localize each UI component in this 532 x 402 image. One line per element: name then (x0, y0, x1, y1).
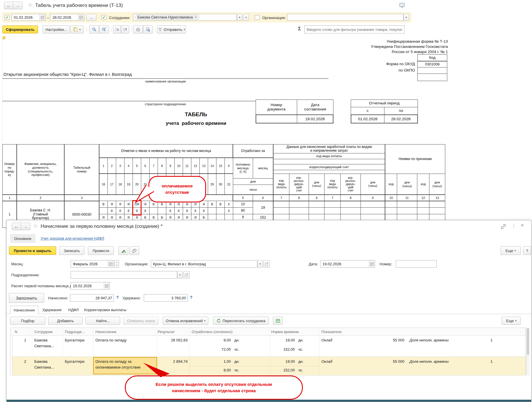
paperclip-icon[interactable] (129, 246, 139, 255)
org-field-value[interactable] (152, 262, 256, 266)
tab-deductions[interactable]: Удержания (39, 306, 65, 314)
pick-button[interactable]: Подбор (10, 317, 45, 325)
generate-button[interactable]: Сформировать (2, 25, 38, 33)
row-department[interactable]: Бухгалтери (65, 359, 84, 365)
number-value[interactable] (397, 262, 435, 266)
send-button[interactable]: Отправить▾ (157, 25, 186, 33)
settings-button[interactable]: Настройки... (43, 25, 70, 33)
org-field-input[interactable] (151, 260, 257, 268)
sort-desc-button[interactable] (113, 25, 121, 33)
month-spinner[interactable]: ▴ ▾ (114, 260, 119, 268)
row-n[interactable]: 1 (12, 337, 26, 343)
date-input[interactable] (320, 260, 375, 268)
date-from-value[interactable] (13, 15, 39, 20)
col-header-worked[interactable]: Отработано (оплачено) (192, 330, 233, 334)
tab-ndfl[interactable]: НДФЛ (65, 306, 82, 314)
row-department[interactable]: Бухгалтери (65, 337, 84, 343)
department-value[interactable] (72, 273, 176, 277)
employees-combo[interactable]: Бажова Светлана Нурисламовна × (133, 14, 237, 21)
calc-until-input[interactable] (71, 282, 110, 290)
favorite-star-icon[interactable]: ☆ (33, 223, 38, 229)
col-header-norm[interactable]: Норма времени (271, 330, 299, 334)
write-button[interactable]: Записать (59, 246, 84, 255)
row-indicator2-name[interactable]: Доля неполн. времени (410, 337, 449, 343)
add-button[interactable]: Добавить (48, 317, 83, 325)
spin-down-icon[interactable]: ▾ (115, 264, 119, 268)
help-button[interactable]: ? (523, 246, 531, 255)
search-next-button[interactable] (99, 25, 109, 33)
row-accrual[interactable]: Оплата по окладу (95, 337, 127, 343)
accrued-input[interactable]: 28 947,37 (70, 294, 114, 302)
row-indicator2-value[interactable]: 1 (465, 337, 493, 343)
back-arrow-icon[interactable]: ← (12, 223, 21, 230)
copy-settings-button[interactable]: ▾ (70, 25, 84, 33)
row-norm-days[interactable]: 19,00 (272, 359, 295, 365)
row-employee[interactable]: Бажова Светлана... (34, 359, 54, 370)
col-header-accrual[interactable]: Начисление (95, 330, 116, 334)
undo-corrections-button[interactable]: Отмена исправлений▾ (163, 317, 208, 325)
row-norm-days[interactable]: 19,00 (272, 337, 295, 343)
row-accrual[interactable]: Оплата по окладу за оплачиваемое отсутст… (95, 359, 140, 370)
withheld-input[interactable]: 3 763,00 (144, 294, 188, 302)
tag-remove-icon[interactable]: × (195, 15, 197, 19)
date-from-input[interactable] (12, 14, 46, 21)
department-open-icon[interactable] (183, 271, 190, 279)
close-icon[interactable]: × (521, 222, 524, 228)
employees-checkbox[interactable]: ✓ (101, 15, 106, 20)
quick-filter-value[interactable] (306, 27, 403, 32)
col-header-result[interactable]: Результат (158, 330, 175, 334)
table-scrollbar[interactable] (526, 328, 529, 375)
print-button[interactable] (133, 25, 143, 33)
monitor-icon[interactable] (399, 2, 405, 8)
back-arrow-icon[interactable]: ← (4, 2, 13, 9)
quick-filter-input[interactable] (304, 25, 405, 33)
more-button[interactable]: Еще▾ (501, 246, 521, 255)
tab-payment-adjustments[interactable]: Корректировки выплаты (82, 306, 128, 314)
employee-tag[interactable]: Бажова Светлана Нурисламовна × (135, 15, 199, 20)
row-indicator2-value[interactable]: 1 (465, 359, 493, 365)
search-button[interactable] (89, 25, 99, 33)
employees-dropdown-icon[interactable]: ▾ (237, 14, 242, 21)
tab-accruals[interactable]: Начисления (10, 306, 38, 314)
row-norm-hours[interactable]: 152,00 (272, 367, 295, 373)
row-n[interactable]: 2 (12, 359, 26, 365)
org-open-icon[interactable] (263, 260, 270, 268)
favorite-star-icon[interactable]: ☆ (28, 2, 33, 8)
row-indicator2-name[interactable]: Доля неполн. времени (410, 359, 449, 365)
nav-link-ndfl[interactable]: Учет доходов для исчисления НДФЛ (41, 236, 104, 241)
month-input[interactable] (71, 260, 114, 268)
post-button[interactable]: Провести (88, 246, 114, 255)
link-icon[interactable] (501, 224, 506, 229)
fill-button[interactable]: Заполнить (9, 293, 44, 303)
row-indicator1-name[interactable]: Оклад (321, 337, 332, 343)
withheld-hint-icon[interactable]: ? (190, 295, 193, 300)
row-worked-days[interactable]: 1,00 (208, 359, 231, 365)
calendar-icon[interactable] (108, 260, 114, 267)
row-worked-hours[interactable]: 72,00 (208, 347, 231, 352)
org-dropdown-icon[interactable]: ▾ (257, 260, 263, 268)
row-indicator1-value[interactable]: 55 000 (376, 337, 404, 343)
row-worked-hours[interactable]: 8,00 (208, 367, 231, 373)
calendar-icon[interactable] (39, 14, 45, 20)
row-worked-days[interactable]: 9,00 (208, 337, 231, 343)
table-more-button[interactable]: Еще▾ (502, 317, 521, 325)
department-dropdown-icon[interactable]: ▾ (177, 271, 183, 279)
date-to-input[interactable] (50, 14, 84, 21)
row-employee[interactable]: Бажова Светлана... (34, 337, 54, 349)
spin-up-icon[interactable]: ▴ (115, 260, 119, 264)
calendar-icon[interactable] (369, 260, 375, 267)
find-button[interactable]: Найти... (86, 317, 120, 325)
recalc-employee-button[interactable]: Пересчитать сотрудника (213, 317, 269, 325)
org-combo[interactable] (287, 14, 403, 21)
row-indicator1-value[interactable]: 55 000 (376, 359, 404, 365)
row-indicator1-name[interactable]: Оклад (321, 359, 332, 365)
row-result[interactable]: 26 052,63 (156, 337, 188, 343)
date-value[interactable] (322, 262, 369, 266)
col-header-n[interactable]: N (15, 330, 17, 334)
employees-clear-icon[interactable]: × (243, 14, 249, 21)
org-dropdown-icon[interactable]: ▾ (403, 14, 409, 21)
calendar-icon[interactable] (104, 282, 110, 289)
scrollbar-thumb[interactable] (527, 328, 529, 355)
row-norm-hours[interactable]: 152,00 (272, 347, 295, 352)
period-checkbox[interactable]: ✓ (5, 15, 10, 20)
